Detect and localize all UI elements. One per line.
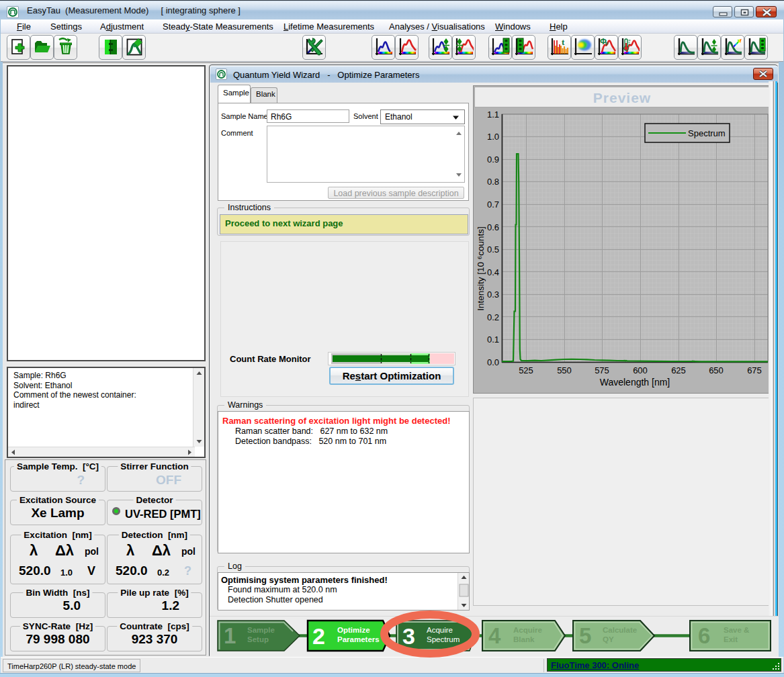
svg-text:650: 650 [709, 365, 724, 375]
svg-text:0.2: 0.2 [487, 312, 499, 322]
svg-text:Intensity [10 ⁶counts]: Intensity [10 ⁶counts] [476, 226, 486, 311]
svg-text:6: 6 [698, 623, 710, 648]
svg-text:1.0: 1.0 [487, 132, 499, 142]
svg-text:575: 575 [595, 365, 609, 375]
svg-text:t: t [562, 38, 565, 47]
svg-text:Blank: Blank [513, 635, 535, 643]
svg-text:600: 600 [633, 365, 648, 375]
svg-text:0.6: 0.6 [487, 222, 499, 232]
svg-text:0.3: 0.3 [487, 289, 499, 300]
svg-text:0.8: 0.8 [487, 177, 499, 187]
svg-text:675: 675 [747, 365, 762, 375]
svg-text:Setup: Setup [247, 635, 269, 643]
svg-text:Optimize: Optimize [337, 626, 370, 634]
svg-text:Exit: Exit [724, 635, 738, 643]
svg-text:0.4: 0.4 [487, 267, 499, 277]
svg-text:550: 550 [557, 365, 572, 375]
svg-text:Save &: Save & [724, 626, 749, 634]
svg-text:F: F [605, 42, 609, 46]
svg-text:0.1: 0.1 [487, 334, 499, 345]
svg-text:Sample: Sample [247, 626, 275, 634]
svg-text:0.9: 0.9 [487, 154, 499, 165]
svg-text:2: 2 [312, 623, 325, 649]
svg-text:0.7: 0.7 [487, 199, 499, 210]
svg-text:Acquire: Acquire [513, 626, 542, 634]
svg-text:Calculate: Calculate [603, 626, 637, 634]
svg-text:0.0: 0.0 [487, 357, 499, 367]
svg-text:5: 5 [579, 623, 591, 648]
svg-text:1: 1 [224, 623, 236, 648]
svg-text:Spectrum: Spectrum [688, 128, 726, 138]
svg-text:0.5: 0.5 [487, 244, 499, 255]
svg-text:Wavelength [nm]: Wavelength [nm] [600, 377, 670, 388]
svg-text:525: 525 [519, 365, 533, 375]
svg-text:1.1: 1.1 [487, 109, 499, 120]
svg-text:QY: QY [603, 635, 614, 643]
svg-text:625: 625 [671, 365, 686, 375]
svg-text:4: 4 [488, 623, 501, 648]
